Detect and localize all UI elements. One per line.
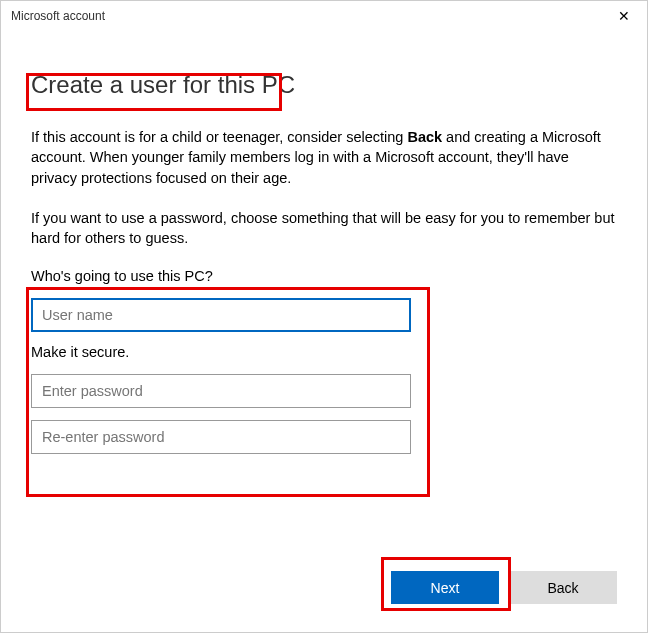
who-label: Who's going to use this PC? <box>31 268 617 284</box>
back-button[interactable]: Back <box>509 571 617 604</box>
form-section: Who's going to use this PC? Make it secu… <box>31 268 617 454</box>
description-paragraph-1: If this account is for a child or teenag… <box>31 127 617 188</box>
page-title: Create a user for this PC <box>31 71 295 99</box>
close-icon: ✕ <box>618 8 630 24</box>
close-button[interactable]: ✕ <box>601 1 647 31</box>
desc1-pre: If this account is for a child or teenag… <box>31 129 407 145</box>
secure-label: Make it secure. <box>31 344 617 360</box>
dialog-window: Microsoft account ✕ Create a user for th… <box>0 0 648 633</box>
content-area: Create a user for this PC If this accoun… <box>1 31 647 486</box>
desc1-bold: Back <box>407 129 442 145</box>
button-row: Next Back <box>391 571 617 604</box>
reenter-password-input[interactable] <box>31 420 411 454</box>
username-input[interactable] <box>31 298 411 332</box>
next-button[interactable]: Next <box>391 571 499 604</box>
description-paragraph-2: If you want to use a password, choose so… <box>31 208 617 249</box>
window-title: Microsoft account <box>11 9 105 23</box>
titlebar: Microsoft account ✕ <box>1 1 647 31</box>
password-input[interactable] <box>31 374 411 408</box>
